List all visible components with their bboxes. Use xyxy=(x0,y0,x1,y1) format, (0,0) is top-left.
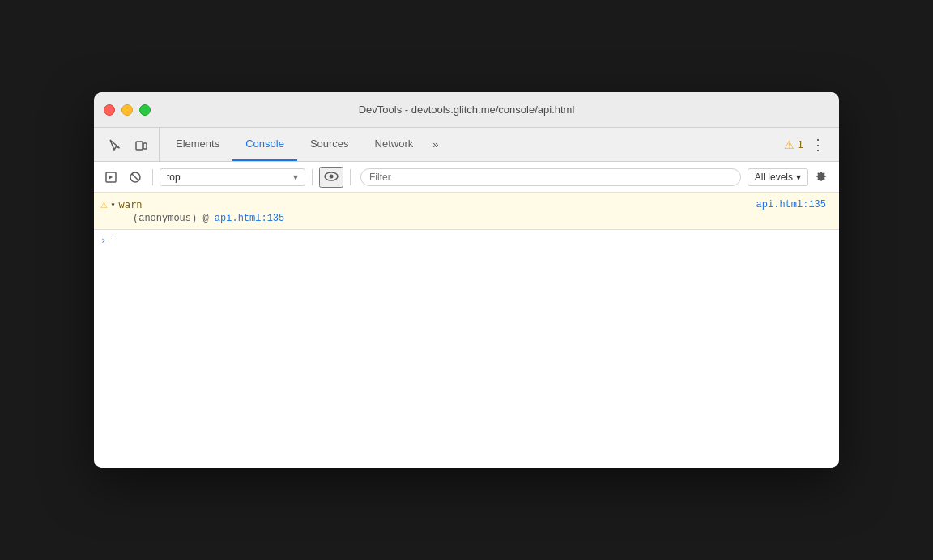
minimize-button[interactable] xyxy=(121,104,133,116)
maximize-button[interactable] xyxy=(139,104,151,116)
warning-badge[interactable]: ⚠ 1 xyxy=(784,138,803,151)
console-output: ⚠ ▾ warn api.html:135 (anonymous) @ api.… xyxy=(94,193,839,468)
warning-triangle-icon: ⚠ xyxy=(784,138,795,151)
warning-icon: ⚠ xyxy=(100,197,107,211)
tab-bar-right: ⚠ 1 ⋮ xyxy=(778,128,836,161)
warning-count: 1 xyxy=(798,138,803,151)
execute-context-button[interactable] xyxy=(100,167,121,188)
toolbar-divider-2 xyxy=(312,169,313,185)
warn-row-left: ⚠ ▾ warn xyxy=(100,197,142,211)
close-button[interactable] xyxy=(104,104,115,116)
device-toolbar-button[interactable] xyxy=(130,134,152,156)
text-cursor xyxy=(113,235,113,246)
filter-input[interactable] xyxy=(360,168,741,186)
svg-line-5 xyxy=(132,174,138,180)
more-vert-icon: ⋮ xyxy=(811,136,825,154)
log-levels-selector[interactable]: All levels ▾ xyxy=(748,168,808,186)
gear-icon xyxy=(816,171,829,184)
chevron-down-icon: ▾ xyxy=(293,172,298,183)
tab-network[interactable]: Network xyxy=(362,128,427,161)
levels-arrow-icon: ▾ xyxy=(796,172,801,183)
svg-rect-1 xyxy=(143,143,147,149)
window-title: DevTools - devtools.glitch.me/console/ap… xyxy=(359,104,575,116)
levels-label: All levels xyxy=(755,172,793,183)
svg-point-7 xyxy=(330,174,334,178)
filter-input-wrap xyxy=(360,168,741,186)
live-expressions-button[interactable] xyxy=(319,167,343,188)
console-input-row[interactable]: › xyxy=(94,230,839,251)
toolbar-divider-1 xyxy=(152,169,153,185)
context-selector[interactable]: top ▾ xyxy=(160,168,305,186)
traffic-lights xyxy=(104,104,151,116)
more-tabs-button[interactable]: » xyxy=(426,128,445,161)
tab-console[interactable]: Console xyxy=(232,128,297,161)
warn-log-entry: ⚠ ▾ warn api.html:135 (anonymous) @ api.… xyxy=(94,193,839,230)
warn-detail-link[interactable]: api.html:135 xyxy=(215,213,284,224)
clear-console-button[interactable] xyxy=(125,167,146,188)
tab-elements[interactable]: Elements xyxy=(163,128,232,161)
svg-marker-3 xyxy=(109,175,113,180)
tab-sources[interactable]: Sources xyxy=(297,128,362,161)
warn-label: warn xyxy=(118,199,142,210)
console-settings-button[interactable] xyxy=(812,167,833,188)
toolbar-divider-3 xyxy=(350,169,351,185)
tab-bar: Elements Console Sources Network » ⚠ 1 ⋮ xyxy=(94,128,839,162)
console-toolbar: top ▾ All levels ▾ xyxy=(94,162,839,193)
more-options-button[interactable]: ⋮ xyxy=(807,134,829,156)
inspector-icon-button[interactable] xyxy=(104,134,126,156)
prompt-arrow-icon: › xyxy=(100,235,106,246)
warn-detail: (anonymous) @ api.html:135 xyxy=(100,213,839,224)
warn-row-header: ⚠ ▾ warn api.html:135 xyxy=(100,197,839,211)
devtools-window: DevTools - devtools.glitch.me/console/ap… xyxy=(94,92,839,468)
warn-location-link[interactable]: api.html:135 xyxy=(756,199,839,210)
svg-rect-0 xyxy=(136,142,143,150)
title-bar: DevTools - devtools.glitch.me/console/ap… xyxy=(94,92,839,128)
tab-bar-icons xyxy=(97,128,160,161)
context-value: top xyxy=(167,172,181,183)
console-input-cursor xyxy=(113,235,113,246)
expand-warn-button[interactable]: ▾ xyxy=(110,200,115,210)
warn-anonymous-text: (anonymous) @ xyxy=(133,213,215,224)
